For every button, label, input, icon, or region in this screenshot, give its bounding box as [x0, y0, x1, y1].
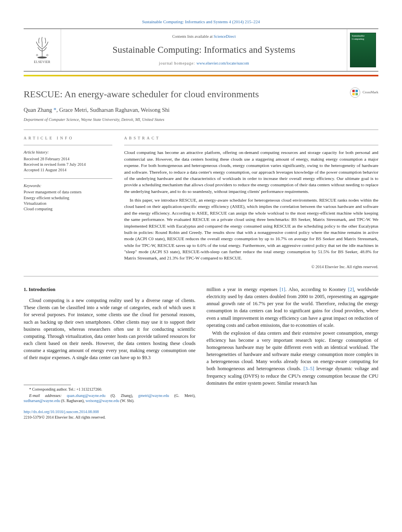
affiliation: Department of Computer Science, Wayne St… — [24, 117, 378, 122]
keyword: Virtualization — [24, 201, 112, 206]
email-link[interactable]: quan.zhang@wayne.edu — [67, 393, 105, 398]
body-columns: 1. Introduction Cloud computing is a new… — [24, 286, 378, 421]
body-text: With the explosion of data centers and t… — [207, 330, 378, 372]
body-paragraph: With the explosion of data centers and t… — [207, 330, 378, 387]
keyword: Cloud computing — [24, 206, 112, 212]
abstract-copyright: © 2014 Elsevier Inc. All rights reserved… — [124, 264, 378, 270]
sciencedirect-link[interactable]: ScienceDirect — [214, 34, 236, 39]
author-name: Weisong Shi — [141, 107, 169, 113]
svg-point-0 — [37, 57, 47, 59]
abstract-divider — [124, 145, 378, 145]
citation-link[interactable]: [1] — [279, 287, 285, 292]
article-history: Article history: Received 28 February 20… — [24, 149, 112, 173]
crossmark-label: CrossMark — [363, 90, 378, 95]
keyword: Energy efficient scheduling — [24, 195, 112, 201]
article-info-heading: ARTICLE INFO — [24, 135, 112, 141]
footnote-rule — [24, 385, 71, 385]
info-divider — [24, 145, 112, 145]
journal-title: Sustainable Computing: Informatics and S… — [112, 43, 295, 56]
journal-header: ELSEVIER Contents lists available at Sci… — [24, 28, 378, 72]
article-info-column: ARTICLE INFO Article history: Received 2… — [24, 135, 112, 270]
abstract-text: Cloud computing has become an attractive… — [124, 149, 378, 261]
email-label: E-mail addresses: — [29, 393, 67, 398]
svg-point-2 — [47, 54, 48, 56]
gradient-divider — [24, 75, 378, 76]
keywords-label: Keywords: — [24, 183, 112, 189]
history-line: Accepted 11 August 2014 — [24, 167, 112, 173]
body-paragraph: Cloud computing is a new computing reali… — [24, 297, 195, 361]
body-text: . Also, according to Koomey — [285, 287, 348, 292]
body-text: million a year in energy expenses — [207, 287, 279, 292]
svg-rect-5 — [352, 93, 355, 95]
body-text: , worldwide electricity used by data cen… — [207, 287, 378, 328]
author-list: Quan Zhang *, Grace Metri, Sudharsan Rag… — [24, 106, 378, 114]
email-attribution: (W. Shi) — [119, 399, 134, 403]
homepage-link[interactable]: www.elsevier.com/locate/suscom — [197, 61, 249, 65]
cover-title-text: Sustainable Computing — [352, 35, 374, 41]
info-divider — [24, 178, 112, 179]
abstract-heading: ABSTRACT — [124, 135, 378, 141]
section-1-title: 1. Introduction — [24, 286, 195, 293]
email-attribution: (Q. Zhang) — [106, 393, 132, 398]
email-link[interactable]: gmetri@wayne.edu — [138, 393, 169, 398]
abstract-paragraph: In this paper, we introduce RESCUE, an e… — [124, 197, 378, 261]
footnote-block: * Corresponding author. Tel.: +1 3132127… — [24, 385, 195, 421]
corresponding-marker: * — [52, 107, 56, 113]
citation-link[interactable]: [2] — [348, 287, 354, 292]
svg-rect-3 — [352, 90, 355, 92]
corresponding-author-note: * Corresponding author. Tel.: +1 3132127… — [24, 387, 195, 392]
doi-link[interactable]: http://dx.doi.org/10.1016/j.suscom.2014.… — [24, 410, 99, 414]
crossmark-icon — [350, 87, 360, 98]
history-line: Received in revised form 7 July 2014 — [24, 162, 112, 167]
email-link[interactable]: sudharsan@wayne.edu — [24, 399, 60, 403]
email-addresses: E-mail addresses: quan.zhang@wayne.edu (… — [24, 393, 195, 404]
elsevier-tree-icon — [28, 35, 56, 59]
history-line: Received 28 February 2014 — [24, 156, 112, 162]
author-name: Quan Zhang — [24, 107, 52, 113]
journal-cover: Sustainable Computing — [347, 29, 378, 71]
contents-available: Contents lists available at ScienceDirec… — [172, 34, 236, 40]
cover-thumbnail: Sustainable Computing — [350, 33, 376, 67]
abstract-paragraph: Cloud computing has become an attractive… — [124, 149, 378, 195]
homepage-prefix: journal homepage: — [159, 61, 196, 65]
history-label: Article history: — [24, 149, 112, 155]
keyword: Power management of data centers — [24, 189, 112, 195]
citation-link[interactable]: [3–5] — [303, 366, 314, 371]
section-divider — [24, 130, 378, 130]
issn-copyright: 2210-5379/© 2014 Elsevier Inc. All right… — [24, 415, 195, 421]
journal-homepage: journal homepage: www.elsevier.com/locat… — [159, 61, 249, 67]
author-name: Sudharsan Raghavan — [90, 107, 138, 113]
body-paragraph: million a year in energy expenses [1]. A… — [207, 286, 378, 329]
header-center: Contents lists available at ScienceDirec… — [61, 29, 347, 71]
keywords-block: Keywords: Power management of data cente… — [24, 183, 112, 212]
section-divider — [24, 276, 378, 276]
email-attribution: (G. Metri) — [169, 393, 194, 398]
svg-point-1 — [36, 54, 38, 56]
publisher-name: ELSEVIER — [34, 60, 50, 65]
email-attribution: (S. Raghavan) — [60, 399, 84, 403]
email-link[interactable]: weisong@wayne.edu — [86, 399, 119, 403]
journal-reference: Sustainable Computing: Informatics and S… — [24, 19, 378, 25]
contents-prefix: Contents lists available at — [172, 34, 214, 39]
svg-rect-4 — [355, 90, 358, 92]
abstract-column: ABSTRACT Cloud computing has become an a… — [124, 135, 378, 270]
article-title: RESCUE: An energy-aware scheduler for cl… — [24, 87, 259, 101]
author-name: Grace Metri — [59, 107, 87, 113]
svg-rect-6 — [355, 93, 358, 95]
publisher-logo: ELSEVIER — [24, 29, 61, 71]
crossmark-badge[interactable]: CrossMark — [350, 87, 378, 98]
